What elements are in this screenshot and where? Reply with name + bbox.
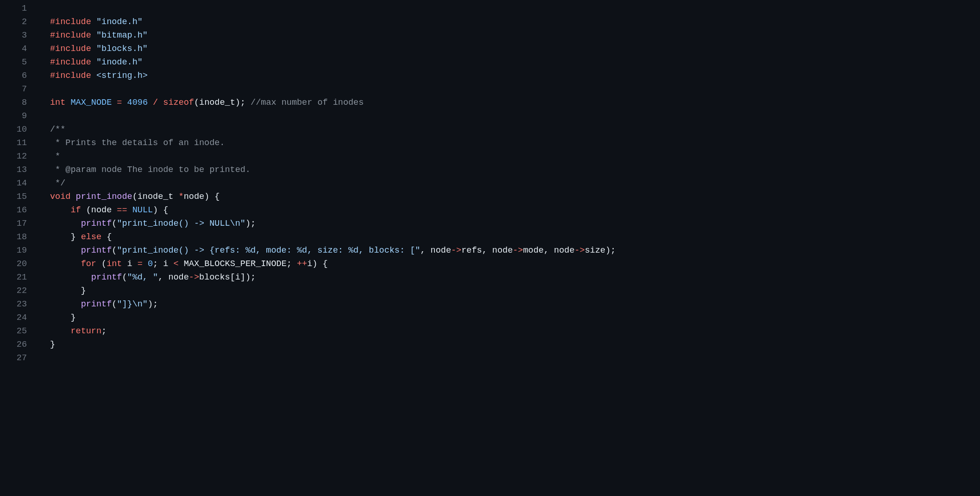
line-number[interactable]: 16 — [0, 203, 37, 217]
line-number[interactable]: 3 — [0, 29, 37, 42]
code-line[interactable]: 23 printf("]}\n"); — [0, 298, 980, 311]
line-number[interactable]: 18 — [0, 230, 37, 244]
code-line[interactable]: 21 printf("%d, ", node->blocks[i]); — [0, 271, 980, 284]
token-keyword: if — [70, 205, 81, 215]
code-line[interactable]: 25 return; — [0, 324, 980, 338]
token-string: "]}\n" — [117, 299, 148, 309]
line-number[interactable]: 21 — [0, 271, 37, 284]
line-number[interactable]: 24 — [0, 311, 37, 324]
token-comment: * — [50, 152, 60, 161]
line-number[interactable]: 8 — [0, 96, 37, 109]
token-plain: , node — [420, 246, 451, 255]
line-content[interactable]: * — [37, 150, 980, 163]
token-comment: * Prints the details of an inode. — [50, 138, 225, 148]
token-function: printf — [81, 246, 112, 255]
line-number[interactable]: 9 — [0, 109, 37, 123]
token-string: "inode.h" — [96, 57, 143, 67]
line-content[interactable]: #include "inode.h" — [37, 15, 980, 29]
line-content[interactable]: */ — [37, 177, 980, 190]
code-line[interactable]: 4#include "blocks.h" — [0, 42, 980, 56]
line-number[interactable]: 5 — [0, 56, 37, 69]
code-line[interactable]: 17 printf("print_inode() -> NULL\n"); — [0, 217, 980, 230]
token-plain — [50, 259, 81, 269]
token-plain: ( — [122, 273, 127, 282]
line-number[interactable]: 13 — [0, 163, 37, 177]
line-content[interactable]: printf("print_inode() -> {refs: %d, mode… — [37, 244, 980, 257]
line-content[interactable]: * Prints the details of an inode. — [37, 136, 980, 150]
code-line[interactable]: 13 * @param node The inode to be printed… — [0, 163, 980, 177]
line-number[interactable]: 11 — [0, 136, 37, 150]
code-line[interactable]: 20 for (int i = 0; i < MAX_BLOCKS_PER_IN… — [0, 257, 980, 271]
token-plain — [91, 31, 96, 40]
code-line[interactable]: 2#include "inode.h" — [0, 15, 980, 29]
line-content[interactable]: printf("]}\n"); — [37, 298, 980, 311]
line-number[interactable]: 12 — [0, 150, 37, 163]
code-line[interactable]: 7 — [0, 83, 980, 96]
code-line[interactable]: 8int MAX_NODE = 4096 / sizeof(inode_t); … — [0, 96, 980, 109]
line-content[interactable]: #include "inode.h" — [37, 56, 980, 69]
line-content[interactable]: } else { — [37, 230, 980, 244]
line-number[interactable]: 20 — [0, 257, 37, 271]
line-content[interactable]: printf("print_inode() -> NULL\n"); — [37, 217, 980, 230]
line-content[interactable]: * @param node The inode to be printed. — [37, 163, 980, 177]
code-line[interactable]: 9 — [0, 109, 980, 123]
line-number[interactable]: 6 — [0, 69, 37, 83]
code-line[interactable]: 14 */ — [0, 177, 980, 190]
line-number[interactable]: 2 — [0, 15, 37, 29]
code-line[interactable]: 3#include "bitmap.h" — [0, 29, 980, 42]
line-number[interactable]: 19 — [0, 244, 37, 257]
line-content[interactable]: printf("%d, ", node->blocks[i]); — [37, 271, 980, 284]
line-content[interactable] — [37, 2, 980, 15]
line-number[interactable]: 10 — [0, 123, 37, 136]
line-number[interactable]: 7 — [0, 83, 37, 96]
token-keyword: #include — [50, 71, 91, 81]
code-line[interactable]: 27 — [0, 351, 980, 365]
code-line[interactable]: 18 } else { — [0, 230, 980, 244]
token-plain: refs, node — [461, 246, 513, 255]
code-line[interactable]: 5#include "inode.h" — [0, 56, 980, 69]
code-line[interactable]: 22 } — [0, 284, 980, 298]
line-content[interactable]: int MAX_NODE = 4096 / sizeof(inode_t); /… — [37, 96, 980, 109]
code-line[interactable]: 11 * Prints the details of an inode. — [0, 136, 980, 150]
line-content[interactable]: } — [37, 338, 980, 351]
line-number[interactable]: 15 — [0, 190, 37, 203]
token-keyword: #include — [50, 57, 91, 67]
token-string: "bitmap.h" — [96, 31, 148, 40]
code-line[interactable]: 10/** — [0, 123, 980, 136]
line-content[interactable] — [37, 83, 980, 96]
line-number[interactable]: 23 — [0, 298, 37, 311]
line-content[interactable]: #include "bitmap.h" — [37, 29, 980, 42]
line-content[interactable]: for (int i = 0; i < MAX_BLOCKS_PER_INODE… — [37, 257, 980, 271]
code-line[interactable]: 15void print_inode(inode_t *node) { — [0, 190, 980, 203]
token-plain — [50, 219, 81, 229]
code-line[interactable]: 12 * — [0, 150, 980, 163]
line-content[interactable]: #include <string.h> — [37, 69, 980, 83]
line-number[interactable]: 17 — [0, 217, 37, 230]
code-line[interactable]: 24 } — [0, 311, 980, 324]
line-content[interactable] — [37, 109, 980, 123]
line-number[interactable]: 22 — [0, 284, 37, 298]
line-content[interactable]: /** — [37, 123, 980, 136]
token-plain: ( — [96, 259, 107, 269]
line-number[interactable]: 25 — [0, 324, 37, 338]
line-content[interactable]: if (node == NULL) { — [37, 203, 980, 217]
line-content[interactable]: } — [37, 311, 980, 324]
line-content[interactable]: } — [37, 284, 980, 298]
code-line[interactable]: 16 if (node == NULL) { — [0, 203, 980, 217]
code-viewer[interactable]: 1 2#include "inode.h"3#include "bitmap.h… — [0, 0, 980, 365]
line-content[interactable]: void print_inode(inode_t *node) { — [37, 190, 980, 203]
line-number[interactable]: 1 — [0, 2, 37, 15]
code-line[interactable]: 19 printf("print_inode() -> {refs: %d, m… — [0, 244, 980, 257]
line-number[interactable]: 14 — [0, 177, 37, 190]
token-keyword: void — [50, 192, 70, 202]
line-content[interactable]: return; — [37, 324, 980, 338]
line-content[interactable] — [37, 351, 980, 365]
line-number[interactable]: 4 — [0, 42, 37, 56]
token-operator: = — [138, 259, 143, 269]
line-number[interactable]: 26 — [0, 338, 37, 351]
code-line[interactable]: 1 — [0, 2, 980, 15]
line-content[interactable]: #include "blocks.h" — [37, 42, 980, 56]
code-line[interactable]: 6#include <string.h> — [0, 69, 980, 83]
line-number[interactable]: 27 — [0, 351, 37, 365]
code-line[interactable]: 26} — [0, 338, 980, 351]
